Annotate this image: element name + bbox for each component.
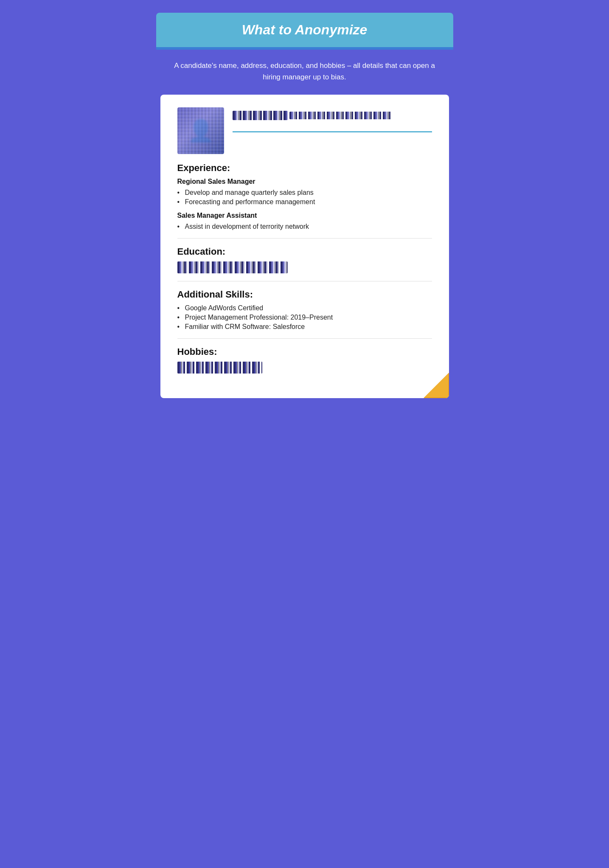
avatar — [177, 107, 224, 154]
education-label: Education: — [177, 246, 432, 257]
experience-section: Experience: Regional Sales Manager Devel… — [177, 163, 432, 230]
name-line-2-pixelated — [289, 112, 391, 119]
skills-section: Additional Skills: Google AdWords Certif… — [177, 289, 432, 331]
list-item: Familiar with CRM Software: Salesforce — [177, 323, 432, 331]
name-section — [233, 107, 432, 132]
name-line-1-pixelated — [233, 111, 288, 120]
job2-title: Sales Manager Assistant — [177, 212, 432, 219]
hobbies-section: Hobbies: — [177, 346, 432, 374]
education-section: Education: — [177, 246, 432, 273]
skills-bullet-list: Google AdWords Certified Project Managem… — [177, 304, 432, 331]
corner-fold — [424, 373, 449, 398]
divider-3 — [177, 338, 432, 339]
page-title: What to Anonymize — [173, 22, 436, 38]
experience-label: Experience: — [177, 163, 432, 174]
hobbies-pixelated — [177, 362, 262, 374]
list-item: Forecasting and performance management — [177, 198, 432, 206]
list-item: Assist in development of terrority netwo… — [177, 223, 432, 230]
divider-2 — [177, 281, 432, 281]
profile-divider — [233, 131, 432, 132]
job1-bullet-list: Develop and manage quarterly sales plans… — [177, 189, 432, 206]
subtitle-section: A candidate's name, address, education, … — [156, 50, 453, 95]
profile-section — [177, 107, 432, 154]
skills-label: Additional Skills: — [177, 289, 432, 300]
job2-bullet-list: Assist in development of terrority netwo… — [177, 223, 432, 230]
education-pixelated — [177, 261, 288, 273]
resume-card: Experience: Regional Sales Manager Devel… — [160, 95, 449, 398]
divider-1 — [177, 238, 432, 239]
hobbies-label: Hobbies: — [177, 346, 432, 357]
list-item: Project Management Professional: 2019–Pr… — [177, 314, 432, 321]
list-item: Google AdWords Certified — [177, 304, 432, 312]
page-container: What to Anonymize A candidate's name, ad… — [156, 13, 453, 398]
header-banner: What to Anonymize — [156, 13, 453, 47]
job1-title: Regional Sales Manager — [177, 178, 432, 185]
list-item: Develop and manage quarterly sales plans — [177, 189, 432, 197]
subtitle-text: A candidate's name, address, education, … — [173, 60, 436, 83]
